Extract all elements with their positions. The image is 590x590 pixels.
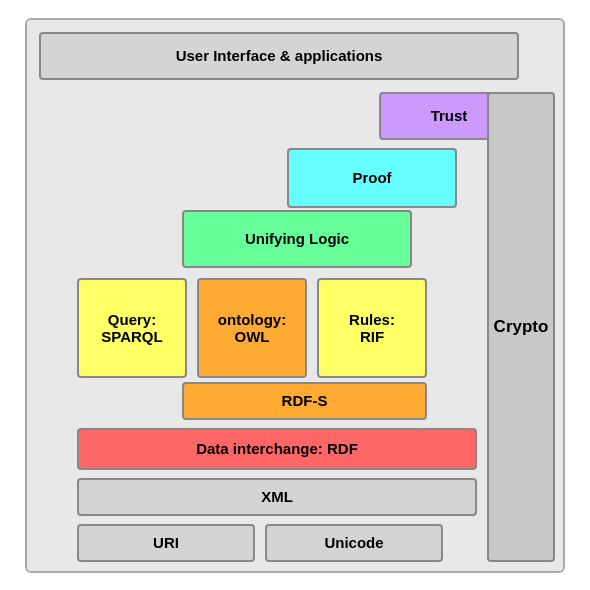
proof-box: Proof — [287, 148, 457, 208]
crypto-box: Crypto — [487, 92, 555, 562]
unicode-box: Unicode — [265, 524, 443, 562]
rif-label: Rules: RIF — [349, 311, 395, 345]
ui-box: User Interface & applications — [39, 32, 519, 80]
ui-label: User Interface & applications — [176, 47, 383, 64]
owl-label: ontology: OWL — [218, 311, 286, 345]
owl-box: ontology: OWL — [197, 278, 307, 378]
sparql-box: Query: SPARQL — [77, 278, 187, 378]
diagram-container: User Interface & applications Trust Proo… — [25, 18, 565, 573]
rdf-box: Data interchange: RDF — [77, 428, 477, 470]
unifying-label: Unifying Logic — [245, 230, 349, 247]
uri-box: URI — [77, 524, 255, 562]
uri-label: URI — [153, 534, 179, 551]
crypto-label: Crypto — [494, 317, 549, 337]
xml-label: XML — [261, 488, 293, 505]
xml-box: XML — [77, 478, 477, 516]
sparql-label: Query: SPARQL — [101, 311, 162, 345]
proof-label: Proof — [352, 169, 391, 186]
unicode-label: Unicode — [324, 534, 383, 551]
trust-label: Trust — [431, 107, 468, 124]
rdf-label: Data interchange: RDF — [196, 440, 358, 457]
rdfs-label: RDF-S — [282, 392, 328, 409]
unifying-box: Unifying Logic — [182, 210, 412, 268]
rif-box: Rules: RIF — [317, 278, 427, 378]
rdfs-box: RDF-S — [182, 382, 427, 420]
